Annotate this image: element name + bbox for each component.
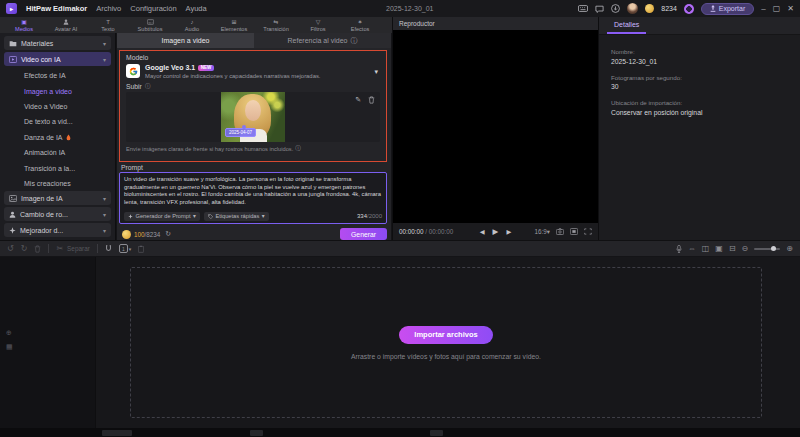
refresh-credits-icon[interactable]: ↻ [165, 230, 171, 238]
sidebar-group-cambio-de-rostro[interactable]: Cambio de ro... ▾ [4, 207, 111, 221]
sidebar-item-de-texto-a-video[interactable]: De texto a vid... [4, 114, 111, 129]
tab-texto[interactable]: T Texto [87, 17, 129, 33]
link-icon[interactable]: ▣ [715, 244, 723, 253]
feedback-icon[interactable] [595, 5, 604, 13]
download-icon[interactable] [611, 4, 620, 13]
sidebar-item-video-a-video[interactable]: Video a Video [4, 99, 111, 114]
details-panel: Detalles Nombre: 2025-12-30_01 Fotograma… [598, 17, 800, 240]
sidebar-group-materiales[interactable]: Materiales ▾ [4, 36, 111, 50]
split-label[interactable]: Separar [67, 245, 90, 252]
prompt-generator-button[interactable]: Generador de Prompt ▾ [124, 212, 200, 221]
sidebar-item-imagen-a-video[interactable]: Imagen a video [4, 83, 111, 98]
video-viewport[interactable] [393, 30, 598, 223]
transition-icon: ⇆ [273, 19, 278, 26]
redo-icon[interactable]: ↻ [21, 244, 28, 253]
zoom-in-icon[interactable]: ⊕ [786, 244, 793, 253]
tab-filtros[interactable]: ▽ Filtros [297, 17, 339, 33]
prompt-footer: Generador de Prompt ▾ Etiquetas rápidas … [124, 212, 382, 221]
export-button[interactable]: Exportar [701, 3, 754, 15]
tab-avatar-ai[interactable]: Avatar AI [45, 17, 87, 33]
timeline-zoom-slider[interactable] [754, 248, 780, 250]
sidebar: Materiales ▾ Video con IA ▾ Efectos de I… [0, 33, 116, 240]
next-frame-button[interactable]: ▶ [506, 228, 511, 235]
project-name: 2025-12-30_01 [386, 5, 434, 12]
split-icon[interactable]: ✂ [56, 244, 63, 253]
voiceover-mic-icon[interactable] [676, 245, 682, 253]
import-files-button[interactable]: Importar archivos [399, 326, 492, 344]
credits-total: /8234 [145, 231, 161, 238]
menu-configuracion[interactable]: Configuración [130, 4, 176, 13]
model-selector[interactable]: Google Veo 3.1 NEW Mayor control de indi… [126, 64, 380, 79]
tab-imagen-a-video[interactable]: Imagen a video [117, 33, 254, 48]
undo-icon[interactable]: ↺ [7, 244, 14, 253]
sidebar-group-mejorador[interactable]: Mejorador d... ▾ [4, 223, 111, 237]
fit-clip-icon[interactable]: ⇔ [688, 244, 696, 253]
generate-button[interactable]: Generar [340, 228, 387, 240]
mirror-icon[interactable]: ◫ [702, 244, 710, 253]
uploaded-image[interactable]: 2025-04-07 [221, 92, 285, 142]
sidebar-item-animacion-ia[interactable]: Animación IA [4, 145, 111, 160]
fullscreen-icon[interactable] [584, 228, 592, 235]
menu-archivo[interactable]: Archivo [96, 4, 121, 13]
tab-elementos[interactable]: ⊞ Elementos [213, 17, 255, 33]
add-track-icon[interactable]: ⊕ [6, 329, 13, 337]
detail-value: 2025-12-30_01 [611, 58, 788, 65]
tag-handle-dot [242, 125, 246, 129]
group-label: Mejorador d... [20, 227, 63, 234]
magnet-icon[interactable] [105, 245, 112, 252]
prompt-input[interactable]: Un video de transición suave y morfológi… [119, 172, 387, 224]
chevron-down-icon[interactable]: ▾ [374, 68, 378, 76]
user-avatar[interactable] [627, 3, 638, 14]
restore-button[interactable]: ▢ [773, 5, 781, 13]
clipboard-icon[interactable] [138, 245, 144, 253]
taskbar-item [250, 430, 263, 436]
export-icon [710, 5, 716, 12]
minimize-button[interactable]: – [761, 5, 765, 13]
keyboard-shortcuts-icon[interactable] [578, 5, 588, 12]
vip-badge-icon[interactable] [684, 4, 694, 14]
tab-detalles[interactable]: Detalles [607, 17, 646, 34]
details-tabs: Detalles [599, 17, 800, 35]
compact-icon[interactable]: ⊟ [729, 244, 736, 253]
details-body: Nombre: 2025-12-30_01 Fotogramas por seg… [599, 35, 800, 120]
delete-icon[interactable] [34, 245, 41, 253]
tab-audio[interactable]: ♪ Audio [171, 17, 213, 33]
tab-referencia-al-video[interactable]: Referencia al video ⓘ [254, 33, 391, 48]
upload-hint-text: Envíe imágenes claras de frente si hay r… [126, 146, 293, 152]
chevron-down-icon: ▾ [193, 213, 196, 219]
snapshot-icon[interactable] [556, 228, 564, 235]
sidebar-item-efectos-de-ia[interactable]: Efectos de IA [4, 68, 111, 83]
time-display: 00:00:00 / 00:00:00 [399, 228, 453, 235]
image-to-video-panel: Imagen a video Referencia al video ⓘ Mod… [117, 33, 391, 240]
zoom-slider-knob[interactable] [771, 246, 776, 251]
track-options-icon[interactable]: ▦ [6, 343, 13, 351]
sidebar-item-transicion-a-la[interactable]: Transición a la... [4, 160, 111, 175]
tab-subtitulos[interactable]: Subtítulos [129, 17, 171, 33]
upload-dropzone[interactable]: 2025-04-07 ✎ [126, 92, 380, 142]
menu-ayuda[interactable]: Ayuda [186, 4, 207, 13]
group-label: Imagen de IA [21, 195, 63, 202]
fit-screen-icon[interactable] [570, 228, 578, 235]
zoom-out-icon[interactable]: ⊖ [742, 244, 749, 253]
player-title: Reproductor [399, 20, 435, 27]
play-button[interactable]: ▶ [493, 227, 499, 236]
sidebar-group-video-con-ia[interactable]: Video con IA ▾ [4, 52, 111, 66]
tab-medios[interactable]: ▣ Medios [3, 17, 45, 33]
delete-image-icon[interactable] [368, 96, 375, 104]
aspect-ratio-selector[interactable]: 16:9▾ [535, 228, 550, 235]
tab-transicion[interactable]: ⇆ Transición [255, 17, 297, 33]
track-marker-button[interactable]: 1 ▾ [119, 244, 132, 253]
sidebar-group-imagen-de-ia[interactable]: Imagen de IA ▾ [4, 191, 111, 205]
previous-frame-button[interactable]: ◀ [480, 228, 485, 235]
generate-row: 100/8234 ↻ Generar [122, 228, 387, 240]
tab-label: Elementos [221, 26, 247, 32]
sidebar-item-danza-de-ia[interactable]: Danza de IA [4, 130, 111, 145]
edit-image-icon[interactable]: ✎ [355, 96, 361, 104]
close-button[interactable]: ✕ [787, 5, 794, 13]
sidebar-item-mis-creaciones[interactable]: Mis creaciones [4, 176, 111, 191]
timeline-dropzone[interactable]: Importar archivos Arrastre o importe víd… [130, 267, 762, 418]
quick-tags-button[interactable]: Etiquetas rápidas ▾ [204, 212, 269, 221]
prompt-text[interactable]: Un video de transición suave y morfológi… [124, 176, 382, 206]
tab-efectos[interactable]: ✶ Efectos [339, 17, 381, 33]
chip-label: Etiquetas rápidas [215, 213, 259, 219]
